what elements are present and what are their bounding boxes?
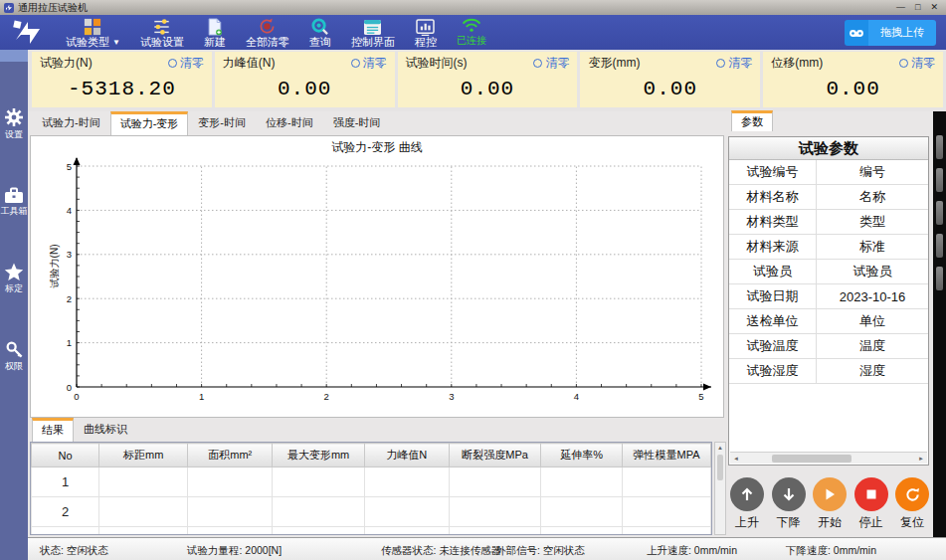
measurement-row: 试验力(N) 清零 -5318.20 力峰值(N) 清零 0.00 试验时间(s…: [28, 50, 946, 111]
rise-button[interactable]: 上升: [730, 477, 764, 531]
sidebar-item-toolbox[interactable]: 工具箱: [0, 186, 28, 217]
upload-button[interactable]: 拖拽上传: [845, 20, 936, 46]
status-state: 状态: 空闲状态: [40, 544, 108, 558]
meter-deformation: 变形(mm) 清零 0.00: [580, 52, 760, 107]
sidebar-item-calibration[interactable]: 标定: [0, 263, 28, 294]
stop-button[interactable]: 停止: [854, 477, 888, 531]
param-value[interactable]: 湿度: [817, 362, 928, 380]
scroll-right-icon[interactable]: ►: [915, 456, 927, 462]
scrollbar-thumb[interactable]: [772, 455, 851, 463]
minimize-button[interactable]: —: [896, 1, 905, 14]
sidebar-item-label: 工具箱: [1, 206, 28, 217]
reset-ring-icon: [351, 59, 360, 68]
test-type-grid-icon: [84, 17, 101, 36]
tab-strength-time[interactable]: 强度-时间: [323, 111, 391, 135]
tab-deformation-time[interactable]: 变形-时间: [188, 111, 256, 135]
clear-deformation-button[interactable]: 清零: [716, 55, 752, 72]
status-rise-speed: 上升速度: 0mm/min: [647, 544, 737, 558]
col-no: No: [32, 444, 99, 467]
sliders-icon: [152, 17, 171, 36]
table-row[interactable]: 1: [32, 467, 711, 497]
chart-tab-bar: 试验力-时间 试验力-变形 变形-时间 位移-时间 强度-时间: [32, 113, 390, 135]
meter-value: 0.00: [406, 72, 570, 105]
sidebar-item-settings[interactable]: 设置: [0, 107, 28, 140]
col-elastic-modulus: 弹性模量MPA: [623, 444, 711, 467]
meter-displacement: 位移(mm) 清零 0.00: [763, 52, 943, 107]
toolbar-query[interactable]: 查询: [299, 15, 341, 50]
main-toolbar: 试验类型 ▼ 试验设置 新建: [0, 15, 946, 50]
svg-text:0: 0: [67, 382, 72, 393]
param-value[interactable]: 类型: [817, 213, 928, 231]
toolbar-test-type[interactable]: 试验类型 ▼: [56, 15, 130, 50]
logo-icon: [13, 20, 43, 46]
docked-panel-strip[interactable]: [933, 111, 946, 537]
param-value[interactable]: 试验员: [817, 263, 928, 280]
connection-status: 已连接: [447, 17, 496, 48]
tab-force-time[interactable]: 试验力-时间: [32, 111, 110, 135]
clear-test-time-button[interactable]: 清零: [533, 55, 569, 72]
tab-parameters[interactable]: 参数: [731, 110, 773, 131]
toolbar-label: 试验类型: [66, 36, 109, 49]
param-value[interactable]: 名称: [817, 188, 928, 206]
table-row[interactable]: 3: [32, 527, 711, 536]
table-row[interactable]: 2: [32, 497, 711, 527]
left-sidebar: 设置 工具箱 标定 权限: [0, 50, 28, 560]
col-peak-force: 力峰值N: [364, 444, 449, 467]
tab-curve-legend[interactable]: 曲线标识: [74, 418, 137, 442]
clear-displacement-button[interactable]: 清零: [899, 55, 935, 72]
toolbar-control-interface[interactable]: 控制界面: [341, 15, 405, 50]
force-deform-chart: 012345012345: [43, 154, 715, 411]
start-button[interactable]: 开始: [813, 477, 847, 531]
svg-text:4: 4: [67, 205, 72, 216]
clear-peak-force-button[interactable]: 清零: [351, 55, 387, 72]
results-table: No 标距mm 面积mm² 最大变形mm 力峰值N 断裂强度MPa 延伸率% 弹…: [30, 442, 712, 535]
param-row-temperature: 试验温度温度: [729, 334, 928, 359]
meter-value: -5318.20: [40, 72, 204, 105]
meter-test-force: 试验力(N) 清零 -5318.20: [32, 52, 212, 107]
meter-value: 0.00: [223, 72, 387, 105]
app-logo: [0, 15, 56, 50]
reset-icon: [904, 486, 921, 503]
toolbar-test-settings[interactable]: 试验设置: [130, 15, 194, 50]
svg-text:2: 2: [67, 293, 72, 304]
maximize-button[interactable]: □: [915, 1, 920, 14]
clear-all-icon: [258, 17, 277, 36]
key-icon: [5, 340, 24, 359]
status-descend-speed: 下降速度: 0mm/min: [786, 544, 876, 558]
sidebar-item-label: 权限: [5, 361, 23, 372]
toolbar-clear-all[interactable]: 全部清零: [236, 15, 299, 50]
meter-value: 0.00: [771, 72, 935, 105]
toolbox-icon: [4, 186, 24, 204]
arrow-up-icon: [739, 486, 755, 502]
param-value[interactable]: 单位: [817, 312, 928, 330]
param-value[interactable]: 温度: [817, 337, 928, 355]
close-button[interactable]: ✕: [930, 1, 938, 14]
col-area: 面积mm²: [188, 444, 273, 467]
toolbar-new[interactable]: 新建: [194, 15, 236, 50]
param-value[interactable]: 2023-10-16: [817, 289, 928, 304]
scrollbar-thumb[interactable]: [717, 455, 723, 480]
param-value[interactable]: 标准: [817, 238, 928, 256]
tab-force-deformation[interactable]: 试验力-变形: [110, 111, 189, 135]
param-value[interactable]: 编号: [817, 163, 928, 181]
sidebar-item-permissions[interactable]: 权限: [0, 340, 28, 372]
parameter-horizontal-scrollbar[interactable]: ◄ ►: [730, 452, 927, 464]
svg-text:5: 5: [698, 391, 703, 402]
reset-button[interactable]: 复位: [895, 477, 929, 531]
tab-displacement-time[interactable]: 位移-时间: [256, 111, 323, 135]
results-vertical-scrollbar[interactable]: ▲: [714, 442, 726, 535]
arrow-down-icon: [781, 486, 797, 502]
app-window: 通用拉压试验机 — □ ✕ 试验类型 ▼: [0, 0, 946, 560]
scroll-up-icon[interactable]: ▲: [715, 443, 725, 454]
clear-test-force-button[interactable]: 清零: [168, 55, 204, 72]
machine-controls: 上升 下降 开始 停止 复位: [730, 477, 929, 531]
chevron-down-icon[interactable]: ▼: [112, 36, 120, 49]
toolbar-program-control[interactable]: 程控: [405, 15, 447, 50]
reset-ring-icon: [168, 59, 177, 68]
scroll-left-icon[interactable]: ◄: [730, 456, 742, 462]
param-row-material-type: 材料类型类型: [729, 210, 928, 235]
descend-button[interactable]: 下降: [772, 477, 806, 531]
stop-icon: [865, 488, 877, 500]
tab-results[interactable]: 结果: [32, 418, 74, 442]
param-row-test-number: 试验编号编号: [729, 160, 928, 185]
